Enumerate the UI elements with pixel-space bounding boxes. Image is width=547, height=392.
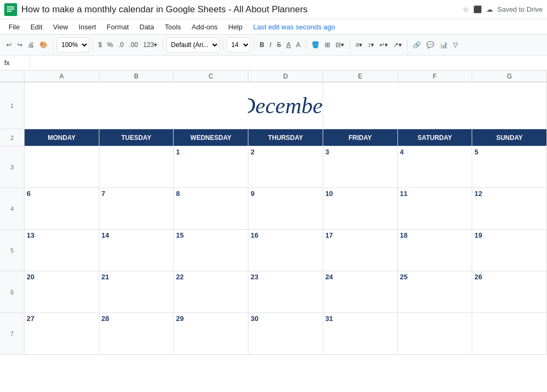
cell-g6[interactable]: 26 (472, 271, 547, 313)
menu-edit[interactable]: Edit (26, 22, 46, 32)
menu-file[interactable]: File (4, 22, 24, 32)
cell-b5[interactable]: 14 (99, 230, 174, 271)
day-20: 20 (27, 273, 34, 281)
cell-g1[interactable] (472, 82, 547, 129)
percent-button[interactable]: % (105, 37, 115, 52)
redo-button[interactable]: ↪ (15, 37, 25, 52)
formula-input[interactable] (35, 59, 543, 67)
day-29: 29 (176, 315, 183, 323)
cell-c7[interactable]: 29 (174, 313, 248, 355)
menu-format[interactable]: Format (103, 22, 133, 32)
present-icon[interactable]: ⬛ (473, 5, 482, 13)
cell-b1[interactable] (99, 82, 173, 129)
wrap-button[interactable]: ↵▾ (377, 37, 390, 52)
merge-button[interactable]: ⊟▾ (333, 37, 346, 52)
cell-e7[interactable]: 31 (323, 313, 398, 355)
cell-b4[interactable]: 7 (99, 188, 174, 230)
formula-divider (30, 58, 30, 68)
cell-e4[interactable]: 10 (323, 188, 398, 230)
cell-a2-monday[interactable]: MONDAY (25, 129, 99, 146)
day-9: 9 (251, 190, 254, 198)
text-color-button[interactable]: A (294, 37, 302, 52)
row-num-4: 4 (0, 188, 25, 230)
currency-button[interactable]: $ (96, 37, 104, 52)
cell-f4[interactable]: 11 (398, 188, 473, 230)
cell-f2-saturday[interactable]: SATURDAY (398, 129, 473, 146)
decimal-increase-button[interactable]: .00 (127, 37, 140, 52)
star-icon[interactable]: ☆ (463, 5, 469, 13)
cell-d5[interactable]: 16 (248, 230, 323, 271)
undo-button[interactable]: ↩ (4, 37, 14, 52)
borders-button[interactable]: ⊞ (323, 37, 332, 52)
cell-e5[interactable]: 17 (323, 230, 398, 271)
comment-button[interactable]: 💬 (424, 37, 436, 52)
cell-g2-sunday[interactable]: SUNDAY (472, 129, 547, 146)
cell-f3[interactable]: 4 (398, 146, 473, 188)
menu-help[interactable]: Help (224, 22, 247, 32)
bold-button[interactable]: B (257, 37, 267, 52)
cell-a4[interactable]: 6 (25, 188, 99, 230)
menu-insert[interactable]: Insert (74, 22, 100, 32)
cell-a5[interactable]: 13 (25, 230, 99, 271)
valign-button[interactable]: ↕▾ (365, 37, 376, 52)
menu-view[interactable]: View (49, 22, 72, 32)
cell-reference: fx (4, 59, 26, 67)
day-5: 5 (474, 148, 478, 156)
day-3: 3 (325, 148, 329, 156)
cell-f6[interactable]: 25 (398, 271, 473, 313)
cell-d1[interactable]: December (248, 82, 323, 129)
align-button[interactable]: ≡▾ (353, 37, 364, 52)
cell-a7[interactable]: 27 (25, 313, 99, 355)
cell-c1[interactable] (174, 82, 248, 129)
cell-c2-wednesday[interactable]: WEDNESDAY (174, 129, 248, 146)
cell-b6[interactable]: 21 (99, 271, 174, 313)
cell-b2-tuesday[interactable]: TUESDAY (99, 129, 174, 146)
title-actions: ☆ ⬛ ☁ Saved to Drive (463, 5, 543, 13)
strikethrough-button[interactable]: S (275, 37, 283, 52)
cell-f1[interactable] (397, 82, 472, 129)
font-select[interactable]: Default (Ari... (166, 37, 220, 52)
cell-e1[interactable] (323, 82, 397, 129)
italic-button[interactable]: I (268, 37, 274, 52)
cell-g5[interactable]: 19 (472, 230, 547, 271)
cell-d2-thursday[interactable]: THURSDAY (248, 129, 323, 146)
cell-a6[interactable]: 20 (25, 271, 99, 313)
cell-b3[interactable] (99, 146, 174, 188)
rotate-button[interactable]: ↗▾ (391, 37, 404, 52)
format-number-button[interactable]: 123▾ (141, 37, 159, 52)
menu-addons[interactable]: Add-ons (187, 22, 222, 32)
font-size-select[interactable]: 14 (226, 37, 251, 52)
cell-c3[interactable]: 1 (174, 146, 248, 188)
cell-c5[interactable]: 15 (174, 230, 248, 271)
cell-d6[interactable]: 23 (248, 271, 323, 313)
filter-button[interactable]: ▽ (451, 37, 460, 52)
cell-e6[interactable]: 24 (323, 271, 398, 313)
cell-f7[interactable] (398, 313, 473, 355)
chart-button[interactable]: 📊 (437, 37, 450, 52)
cloud-icon: ☁ (486, 5, 493, 13)
cell-a3[interactable] (25, 146, 99, 188)
cell-g3[interactable]: 5 (472, 146, 547, 188)
cell-d7[interactable]: 30 (248, 313, 323, 355)
cell-d4[interactable]: 9 (248, 188, 323, 230)
cell-f5[interactable]: 18 (398, 230, 473, 271)
fill-color-button[interactable]: 🪣 (309, 37, 322, 52)
cell-e3[interactable]: 3 (323, 146, 398, 188)
cell-b7[interactable]: 28 (99, 313, 174, 355)
cell-e2-friday[interactable]: FRIDAY (323, 129, 398, 146)
cell-c6[interactable]: 22 (174, 271, 248, 313)
link-button[interactable]: 🔗 (411, 37, 423, 52)
cell-d3[interactable]: 2 (248, 146, 323, 188)
print-button[interactable]: 🖨 (26, 37, 36, 52)
svg-rect-3 (7, 11, 12, 12)
underline-button[interactable]: A (284, 37, 293, 52)
decimal-decrease-button[interactable]: .0 (116, 37, 126, 52)
zoom-select[interactable]: 100% (57, 37, 89, 52)
cell-c4[interactable]: 8 (174, 188, 248, 230)
paint-format-button[interactable]: 🎨 (37, 37, 50, 52)
menu-tools[interactable]: Tools (160, 22, 185, 32)
cell-g7[interactable] (472, 313, 547, 355)
cell-a1[interactable] (25, 82, 99, 129)
cell-g4[interactable]: 12 (472, 188, 547, 230)
menu-data[interactable]: Data (135, 22, 158, 32)
